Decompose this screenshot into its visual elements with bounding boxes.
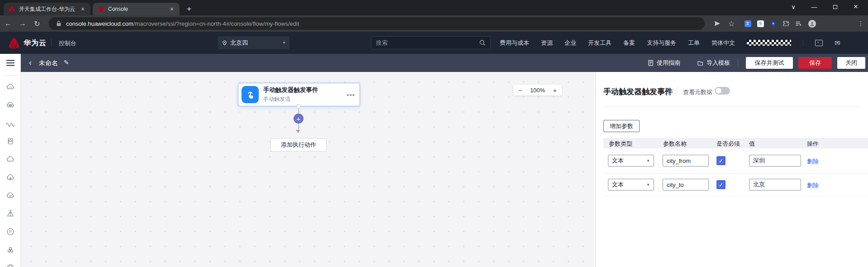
location-pin-icon [222,39,228,46]
tab-close-icon[interactable]: × [168,5,176,13]
tab-title: Console [108,6,165,12]
hamburger-menu-icon[interactable] [5,58,16,68]
brand-name[interactable]: 华为云 [24,38,47,48]
add-action-placeholder[interactable]: 添加执行动作 [270,138,327,152]
browser-profile-avatar[interactable] [806,17,818,30]
nav-enterprise[interactable]: 企业 [564,39,576,47]
translate-extension-icon[interactable]: 文 [742,17,754,30]
map-pin-extension-icon[interactable] [767,17,779,30]
node-more-menu-icon[interactable]: ••• [346,91,355,99]
cli-terminal-icon[interactable]: >_ [815,40,823,46]
window-chevron-button[interactable]: ∨ [783,0,804,14]
back-chevron-icon[interactable]: ‹ [29,58,32,67]
trigger-node[interactable]: 手动触发器触发事件 手动触发流 ••• [238,83,360,106]
node-title: 手动触发器触发事件 [263,86,318,94]
zoom-in-button[interactable]: + [553,86,557,94]
lock-icon [55,20,62,27]
manual-trigger-icon [242,86,259,103]
tab-title: 开天集成工作台-华为云 [19,5,76,13]
param-type-select[interactable]: 文本▼ [608,155,654,167]
nav-billing[interactable]: 费用与成本 [500,39,529,47]
url-bar[interactable]: console.huaweicloud.com/macroverse/ssi/?… [49,17,705,30]
flow-title: 未命名 [39,59,58,67]
delete-row-link[interactable]: 删除 [807,157,819,166]
cloud-server-icon[interactable] [5,100,16,110]
window-close-button[interactable]: × [845,0,866,14]
reload-button[interactable]: ↻ [31,17,43,30]
nav-language[interactable]: 简体中文 [711,39,735,47]
cloud-ellipsis-icon[interactable] [5,81,16,92]
param-type-select[interactable]: 文本▼ [608,179,654,191]
forward-button[interactable]: → [16,17,29,30]
col-value: 值 [749,140,755,148]
add-parameter-button[interactable]: 增加参数 [603,120,640,132]
browser-tab-workbench[interactable]: 开天集成工作台-华为云 × [4,3,90,15]
cloud-upload-icon[interactable] [5,172,16,183]
region-name: 北京四 [230,39,248,47]
region-selector[interactable]: 北京四 ▼ [218,36,289,49]
param-name-input[interactable] [663,155,709,167]
browser-tab-console[interactable]: Console × [93,3,180,15]
connector-port [296,104,301,109]
col-param-type: 参数类型 [609,140,632,148]
huawei-favicon [8,5,15,13]
messages-icon[interactable]: ✉ [835,39,840,47]
global-search-input[interactable]: 搜索 [371,36,491,49]
extensions-puzzle-icon[interactable] [780,17,792,30]
chevron-down-icon: ▼ [646,183,650,187]
device-cloud-icon[interactable] [5,136,16,147]
new-tab-button[interactable]: + [183,3,195,15]
view-metadata-label: 查看元数据 [683,88,712,96]
usage-guide-link[interactable]: 使用指南 [647,54,680,72]
huawei-logo [7,36,21,50]
window-minimize-button[interactable]: — [804,0,825,14]
notes-extension-icon[interactable]: 8 [754,17,766,30]
nav-resources[interactable]: 资源 [541,39,553,47]
close-button[interactable]: 关闭 [837,57,865,69]
rename-pencil-icon[interactable]: ✎ [64,59,69,66]
import-template-link[interactable]: 导入模板 [697,54,730,72]
zoom-out-button[interactable]: − [518,86,522,94]
document-icon [647,59,654,67]
delete-row-link[interactable]: 删除 [807,181,819,190]
node-subtitle: 手动触发流 [263,95,318,103]
flow-canvas[interactable]: 手动触发器触发事件 手动触发流 ••• + 添加执行动作 − 100% + [21,72,596,267]
sidebar-divider [4,76,17,76]
back-button[interactable]: ← [2,17,14,30]
search-placeholder: 搜索 [376,39,388,47]
required-checkbox[interactable]: ✓ [716,156,726,165]
huaweicloud-header: 华为云 控制台 北京四 ▼ 搜索 费用与成本 资源 企业 开发工具 备案 支持与… [0,32,868,54]
browser-menu-icon[interactable]: ⋮ [855,17,867,30]
view-metadata-toggle[interactable] [715,87,730,95]
send-to-device-icon[interactable] [711,17,723,30]
console-link[interactable]: 控制台 [59,39,76,48]
window-maximize-button[interactable] [825,0,845,14]
cloud-check-icon[interactable] [5,190,16,201]
search-icon [479,39,486,46]
ip-circle-icon[interactable]: IP [5,226,16,237]
data-waves-icon[interactable] [5,118,16,129]
param-name-input[interactable] [663,179,709,191]
nav-devtools[interactable]: 开发工具 [588,39,612,47]
required-checkbox[interactable]: ✓ [716,180,726,189]
cloud-icon[interactable] [5,154,16,165]
save-button[interactable]: 保存 [798,57,832,69]
molecule-icon[interactable] [5,244,16,255]
save-and-test-button[interactable]: 保存并测试 [746,57,793,69]
add-node-plus-button[interactable]: + [294,114,304,124]
nav-support[interactable]: 支持与服务 [647,39,676,47]
param-value-input[interactable] [749,155,801,167]
param-value-input[interactable] [749,179,801,191]
pyramid-icon[interactable] [5,208,16,219]
url-path: /macroverse/ssi/?region=cn-north-4#/cons… [133,20,299,27]
edit-pencil-icon[interactable]: ✎ [665,87,670,94]
reading-list-icon[interactable] [792,17,804,30]
zoom-control: − 100% + [513,85,562,95]
tab-close-icon[interactable]: × [79,5,87,13]
nav-icp[interactable]: 备案 [623,39,635,47]
col-required: 是否必须 [716,140,740,148]
globe-icon[interactable] [5,262,16,267]
bookmark-star-icon[interactable]: ☆ [726,17,737,30]
account-name-redacted[interactable] [747,40,791,46]
nav-ticket[interactable]: 工单 [688,39,700,47]
